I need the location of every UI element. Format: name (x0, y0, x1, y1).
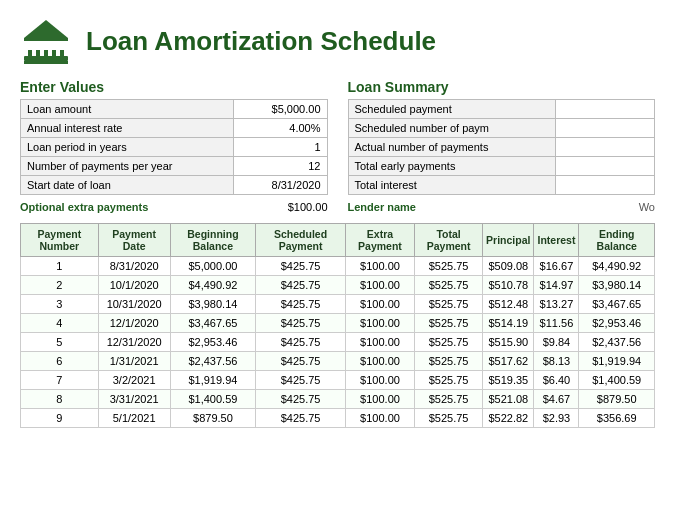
table-cell: $425.75 (256, 295, 346, 314)
table-cell: $525.75 (415, 276, 483, 295)
table-cell: $4,490.92 (170, 276, 256, 295)
table-cell: $425.75 (256, 276, 346, 295)
table-cell: $1,919.94 (170, 371, 256, 390)
svg-marker-6 (24, 20, 68, 38)
amortization-table-container: Payment NumberPayment DateBeginning Bala… (0, 223, 675, 438)
table-cell: 4 (21, 314, 99, 333)
table-cell: 3/2/2021 (98, 371, 170, 390)
page-title: Loan Amortization Schedule (86, 26, 436, 57)
summary-row: Scheduled payment (348, 100, 655, 119)
table-cell: $100.00 (345, 257, 414, 276)
optional-label: Optional extra payments (20, 201, 148, 213)
table-cell: $425.75 (256, 409, 346, 428)
table-cell: $514.19 (483, 314, 534, 333)
table-cell: $425.75 (256, 390, 346, 409)
table-cell: 10/31/2020 (98, 295, 170, 314)
table-cell: $525.75 (415, 352, 483, 371)
table-cell: 3 (21, 295, 99, 314)
table-cell: $515.90 (483, 333, 534, 352)
loan-summary-title: Loan Summary (348, 79, 656, 95)
table-cell: $100.00 (345, 333, 414, 352)
table-cell: $2.93 (534, 409, 579, 428)
table-cell: $525.75 (415, 257, 483, 276)
table-cell: $525.75 (415, 314, 483, 333)
summary-label: Total interest (348, 176, 556, 195)
summary-value (556, 119, 655, 138)
enter-values-row: Number of payments per year12 (21, 157, 328, 176)
enter-values-label: Start date of loan (21, 176, 234, 195)
table-cell: $879.50 (170, 409, 256, 428)
table-cell: $425.75 (256, 352, 346, 371)
table-cell: 1/31/2021 (98, 352, 170, 371)
summary-label: Scheduled number of paym (348, 119, 556, 138)
table-cell: $425.75 (256, 333, 346, 352)
table-row: 95/1/2021$879.50$425.75$100.00$525.75$52… (21, 409, 655, 428)
table-cell: $100.00 (345, 314, 414, 333)
page-header: Loan Amortization Schedule (0, 0, 675, 79)
svg-rect-8 (24, 61, 68, 64)
enter-values-label: Annual interest rate (21, 119, 234, 138)
enter-values-section: Enter Values Loan amount$5,000.00Annual … (20, 79, 328, 213)
svg-rect-7 (24, 38, 68, 41)
table-cell: $425.75 (256, 314, 346, 333)
enter-values-row: Annual interest rate4.00% (21, 119, 328, 138)
table-cell: 1 (21, 257, 99, 276)
table-cell: 2 (21, 276, 99, 295)
enter-values-table: Loan amount$5,000.00Annual interest rate… (20, 99, 328, 195)
table-row: 73/2/2021$1,919.94$425.75$100.00$525.75$… (21, 371, 655, 390)
table-cell: $522.82 (483, 409, 534, 428)
table-row: 83/31/2021$1,400.59$425.75$100.00$525.75… (21, 390, 655, 409)
summary-value (556, 100, 655, 119)
summary-row: Actual number of payments (348, 138, 655, 157)
column-header: Total Payment (415, 224, 483, 257)
table-cell: 12/31/2020 (98, 333, 170, 352)
table-row: 512/31/2020$2,953.46$425.75$100.00$525.7… (21, 333, 655, 352)
amortization-table: Payment NumberPayment DateBeginning Bala… (20, 223, 655, 428)
summary-table: Scheduled paymentScheduled number of pay… (348, 99, 656, 195)
table-cell: $100.00 (345, 276, 414, 295)
table-cell: $6.40 (534, 371, 579, 390)
summary-value (556, 138, 655, 157)
enter-values-row: Loan amount$5,000.00 (21, 100, 328, 119)
table-cell: $8.13 (534, 352, 579, 371)
loan-summary-section: Loan Summary Scheduled paymentScheduled … (348, 79, 656, 213)
table-cell: 10/1/2020 (98, 276, 170, 295)
column-header: Beginning Balance (170, 224, 256, 257)
table-cell: $3,980.14 (170, 295, 256, 314)
summary-row: Total interest (348, 176, 655, 195)
table-cell: 6 (21, 352, 99, 371)
table-cell: 7 (21, 371, 99, 390)
table-cell: $16.67 (534, 257, 579, 276)
table-cell: $512.48 (483, 295, 534, 314)
enter-values-row: Loan period in years1 (21, 138, 328, 157)
table-cell: $425.75 (256, 371, 346, 390)
table-cell: $356.69 (579, 409, 655, 428)
main-content: Enter Values Loan amount$5,000.00Annual … (0, 79, 675, 213)
summary-row: Total early payments (348, 157, 655, 176)
column-header: Payment Date (98, 224, 170, 257)
column-header: Interest (534, 224, 579, 257)
table-cell: $2,437.56 (170, 352, 256, 371)
column-header: Payment Number (21, 224, 99, 257)
table-cell: $100.00 (345, 371, 414, 390)
table-cell: $525.75 (415, 371, 483, 390)
table-cell: $11.56 (534, 314, 579, 333)
summary-row: Scheduled number of paym (348, 119, 655, 138)
table-cell: $13.27 (534, 295, 579, 314)
enter-values-value: 8/31/2020 (233, 176, 327, 195)
table-cell: $879.50 (579, 390, 655, 409)
column-header: Extra Payment (345, 224, 414, 257)
table-cell: 12/1/2020 (98, 314, 170, 333)
table-cell: $4.67 (534, 390, 579, 409)
column-header: Principal (483, 224, 534, 257)
table-cell: $425.75 (256, 257, 346, 276)
table-cell: $3,467.65 (170, 314, 256, 333)
table-cell: $100.00 (345, 295, 414, 314)
table-cell: $525.75 (415, 409, 483, 428)
table-cell: $509.08 (483, 257, 534, 276)
summary-label: Scheduled payment (348, 100, 556, 119)
table-cell: $3,467.65 (579, 295, 655, 314)
table-cell: $525.75 (415, 333, 483, 352)
table-row: 310/31/2020$3,980.14$425.75$100.00$525.7… (21, 295, 655, 314)
table-cell: 8/31/2020 (98, 257, 170, 276)
